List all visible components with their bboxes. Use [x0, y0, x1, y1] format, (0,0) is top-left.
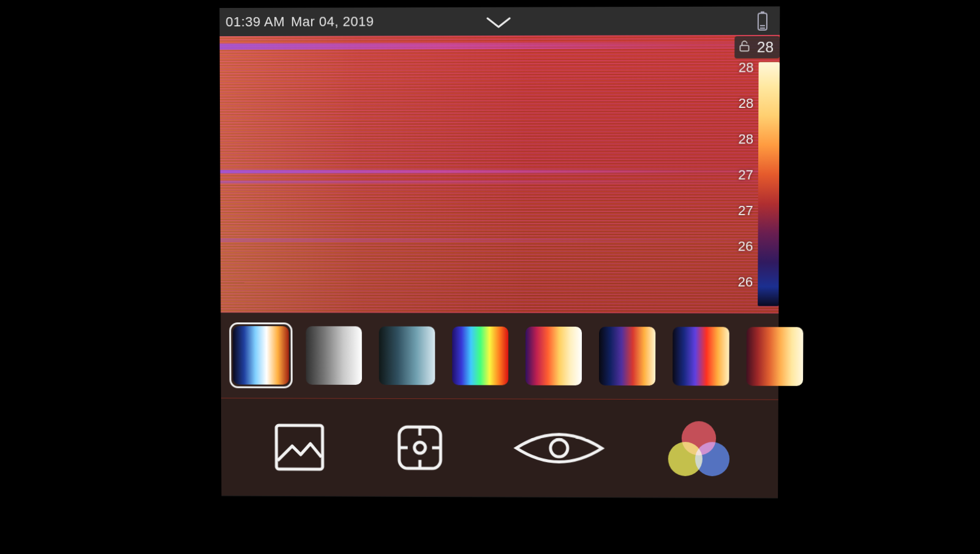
view-mode-button[interactable] [510, 420, 608, 476]
thermal-image-view[interactable]: 28 28 28 28 27 27 26 26 [220, 35, 780, 314]
temperature-readout[interactable]: 28 [735, 36, 780, 58]
color-mode-button[interactable] [668, 421, 730, 476]
palette-option-blue-red[interactable] [673, 327, 729, 385]
palette-option-bluewhite[interactable] [379, 326, 435, 385]
scale-tick: 26 [738, 274, 753, 290]
svg-rect-1 [758, 13, 767, 30]
rgb-venn-icon [668, 421, 730, 476]
palette-option-plasma[interactable] [526, 327, 582, 385]
palette-option-rainbow[interactable] [452, 327, 508, 385]
color-scale-bar[interactable] [758, 62, 780, 306]
scale-tick: 27 [738, 203, 753, 219]
svg-point-7 [415, 442, 426, 453]
scale-tick: 28 [739, 59, 754, 75]
chevron-down-icon[interactable] [485, 16, 512, 32]
svg-rect-3 [760, 28, 765, 29]
palette-option-grayscale[interactable] [306, 326, 362, 385]
scale-tick: 28 [738, 96, 753, 112]
focus-button[interactable] [390, 417, 451, 479]
scale-tick: 26 [738, 238, 753, 254]
eye-icon [510, 420, 608, 476]
battery-icon [756, 12, 769, 34]
thermal-camera-screen: 01:39 AM Mar 04, 2019 2 [219, 6, 780, 498]
focus-target-icon [390, 417, 451, 479]
clock-time: 01:39 AM [225, 14, 285, 30]
palette-option-ironbow[interactable] [233, 326, 289, 385]
svg-rect-4 [741, 45, 749, 51]
temperature-value: 28 [757, 39, 774, 55]
scale-tick: 28 [738, 131, 753, 147]
bottom-nav [221, 398, 778, 498]
palette-option-amber[interactable] [747, 327, 804, 386]
svg-rect-2 [760, 25, 765, 26]
clock-date: Mar 04, 2019 [291, 13, 374, 29]
svg-point-12 [551, 439, 568, 457]
palette-selector [221, 313, 778, 400]
scale-tick: 27 [738, 167, 753, 183]
status-bar[interactable]: 01:39 AM Mar 04, 2019 [219, 6, 780, 36]
image-icon [269, 417, 330, 477]
gallery-button[interactable] [269, 417, 330, 477]
palette-option-inferno[interactable] [599, 327, 655, 385]
svg-rect-5 [276, 425, 323, 469]
lock-icon [739, 39, 751, 56]
